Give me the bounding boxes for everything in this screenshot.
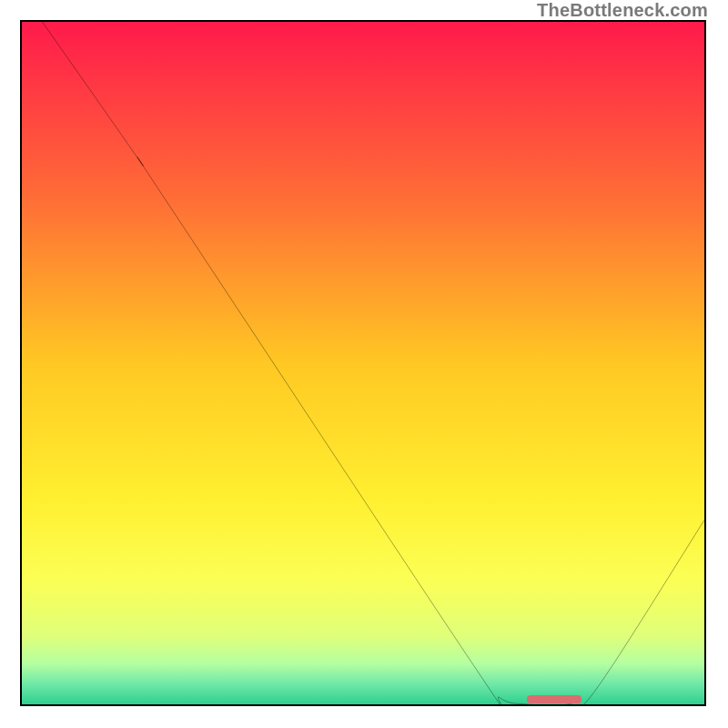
watermark-text: TheBottleneck.com xyxy=(537,0,708,21)
curve-path xyxy=(43,22,705,704)
flat-segment-marker xyxy=(527,695,581,703)
bottleneck-curve xyxy=(22,22,704,704)
chart-frame xyxy=(20,20,706,706)
